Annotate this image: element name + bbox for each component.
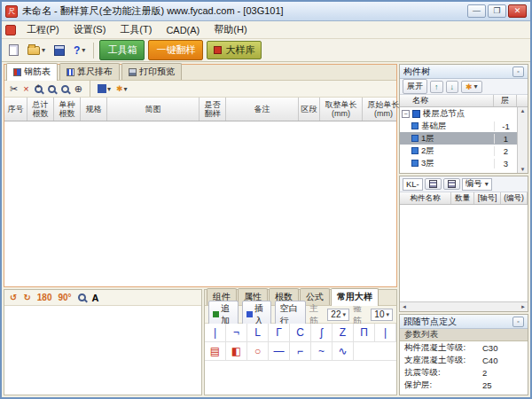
col-total[interactable]: 总计 根数 (27, 98, 54, 121)
expand-box-icon[interactable]: − (402, 110, 410, 118)
param-row-support-concrete[interactable]: 支座混凝土等级: C40 (400, 354, 528, 366)
tab-rebar-table[interactable]: 钢筋表 (6, 63, 58, 81)
zoom-out-icon: − (48, 85, 56, 93)
detail-library-button[interactable]: 大样库 (207, 41, 262, 59)
menu-settings[interactable]: 设置(S) (67, 21, 113, 38)
minimize-button[interactable]: — (467, 4, 486, 18)
col-quantity[interactable]: 数量 (451, 192, 474, 204)
shape-c-bend[interactable]: С (290, 324, 311, 341)
param-row-concrete[interactable]: 构件混凝土等级: C30 (400, 341, 528, 354)
tab-common-details[interactable]: 常用大样 (331, 288, 379, 306)
zoom-out-button[interactable]: − (48, 85, 56, 93)
scroll-right-icon[interactable]: ► (520, 304, 526, 309)
expand-button[interactable]: 展开 (403, 79, 427, 94)
tab-ruler-layout[interactable]: 算尺排布 (59, 63, 120, 80)
shape-wave[interactable]: ~ (311, 342, 332, 360)
col-single[interactable]: 单种 根数 (54, 98, 81, 121)
toolbox-button[interactable]: 工具箱 (99, 40, 145, 60)
rotate-90-button[interactable]: 90° (58, 293, 71, 302)
shape-box-red[interactable]: ◧ (226, 342, 247, 360)
shape-s-hook[interactable]: ʃ (311, 324, 332, 341)
zoom-in-button[interactable]: + (35, 85, 43, 93)
rotate-ccw-button[interactable]: ↺ (10, 293, 17, 302)
cut-button[interactable]: ✂ (10, 83, 18, 95)
scroll-down-icon[interactable]: ▼ (520, 167, 526, 172)
shape-dash[interactable]: — (269, 342, 290, 360)
tree-row-floor3[interactable]: 3层 3 (400, 157, 517, 169)
shape-hook-top[interactable]: ¬ (226, 324, 247, 341)
tree-name-column[interactable]: 名称 (400, 95, 494, 106)
number-combo[interactable]: 编号▾ (462, 178, 492, 191)
star-icon: ✱ (116, 84, 123, 93)
tree-row-floor1[interactable]: 1层 1 (400, 132, 517, 145)
close-button[interactable]: ✕ (508, 4, 527, 18)
shape-doc-red[interactable]: ▤ (205, 342, 226, 360)
tree-panel-header: 构件树 ▫ (400, 65, 528, 79)
shape-circle[interactable]: ○ (247, 342, 269, 360)
tree-panel-close-button[interactable]: ▫ (512, 66, 524, 77)
filter-list-button[interactable] (443, 178, 460, 190)
new-button[interactable] (6, 42, 21, 59)
zoom-reset-button[interactable] (61, 85, 69, 93)
col-axis[interactable]: [轴号] (474, 192, 501, 204)
tree-favorite-button[interactable]: ✱▾ (461, 81, 482, 93)
move-down-button[interactable]: ↓ (446, 81, 459, 93)
favorite-button[interactable]: ✱▾ (116, 84, 128, 93)
component-list-body[interactable] (400, 205, 528, 301)
menu-cad[interactable]: CAD(A) (160, 23, 206, 37)
shape-u-bend[interactable]: П (354, 324, 375, 341)
menu-help[interactable]: 帮助(H) (207, 21, 253, 38)
col-segment[interactable]: 区段 (299, 98, 320, 121)
shape-sine[interactable]: ∿ (332, 342, 354, 360)
col-sketch[interactable]: 简图 (107, 98, 200, 121)
shape-l-bend[interactable]: L (247, 324, 269, 341)
shape-straight[interactable]: | (205, 324, 226, 341)
sketch-canvas[interactable] (4, 306, 201, 395)
shape-straight-2[interactable]: | (375, 324, 396, 341)
col-seq[interactable]: 序号 (4, 98, 27, 121)
col-rounded-len[interactable]: 取整单长 (mm) (320, 98, 363, 121)
stirrup-spinner[interactable]: 10▾ (371, 309, 393, 321)
col-number[interactable]: (编号) (501, 192, 528, 204)
rotate-cw-button[interactable]: ↻ (23, 293, 30, 302)
tree-rows: −楼层总节点 基础层 -1 1层 1 2层 2 (400, 107, 517, 173)
main-bar-spinner[interactable]: 22▾ (327, 309, 349, 321)
rebar-grid-body[interactable] (4, 121, 396, 286)
tree-layer-column[interactable]: 层 (494, 95, 517, 106)
tree-row-root[interactable]: −楼层总节点 (400, 107, 517, 120)
sketch-zoom-button[interactable] (78, 293, 86, 303)
param-row-cover[interactable]: 保护层: 25 (400, 379, 528, 391)
rounding-button[interactable]: ⊕ (74, 83, 82, 95)
menu-project[interactable]: 工程(P) (20, 21, 66, 38)
prefix-combo[interactable]: KL- (403, 178, 423, 191)
tree-scrollbar[interactable]: ▲▼ (517, 107, 528, 173)
calc-button[interactable]: ▾ (98, 84, 111, 93)
rotate-180-button[interactable]: 180 (37, 293, 52, 302)
follow-panel-close-button[interactable]: ▫ (512, 317, 524, 327)
tree-row-floor2[interactable]: 2层 2 (400, 145, 517, 157)
move-up-button[interactable]: ↑ (430, 81, 443, 93)
col-flip[interactable]: 是否 翻样 (200, 98, 226, 121)
onekey-button[interactable]: 一键翻样 (148, 40, 203, 60)
filter-grid-button[interactable] (425, 178, 442, 190)
text-label-button[interactable]: A (92, 293, 99, 303)
col-component-name[interactable]: 构件名称 (400, 192, 451, 204)
delete-button[interactable]: × (23, 83, 28, 94)
component-hscrollbar[interactable]: ◄► (400, 301, 528, 311)
shape-z-bend[interactable]: Z (332, 324, 354, 341)
maximize-button[interactable]: ❐ (488, 4, 506, 18)
scroll-left-icon[interactable]: ◄ (402, 304, 407, 309)
shape-gamma-bend[interactable]: Γ (269, 324, 290, 341)
tree-row-foundation[interactable]: 基础层 -1 (400, 120, 517, 132)
menu-tools[interactable]: 工具(T) (113, 21, 158, 38)
open-button[interactable]: ▾ (25, 43, 48, 58)
col-spec[interactable]: 规格 (81, 98, 107, 121)
scroll-up-icon[interactable]: ▲ (520, 108, 526, 113)
tab-print-preview[interactable]: 打印预览 (121, 63, 182, 80)
component-tree-panel: 构件树 ▫ 展开 ↑ ↓ ✱▾ 名称 层 −楼层总节点 (399, 64, 528, 174)
save-button[interactable] (51, 43, 67, 59)
param-row-seismic[interactable]: 抗震等级: 2 (400, 366, 528, 379)
help-button[interactable]: ?▾ (71, 42, 88, 59)
shape-corner[interactable]: ⌐ (290, 342, 311, 360)
col-remark[interactable]: 备注 (226, 98, 299, 121)
